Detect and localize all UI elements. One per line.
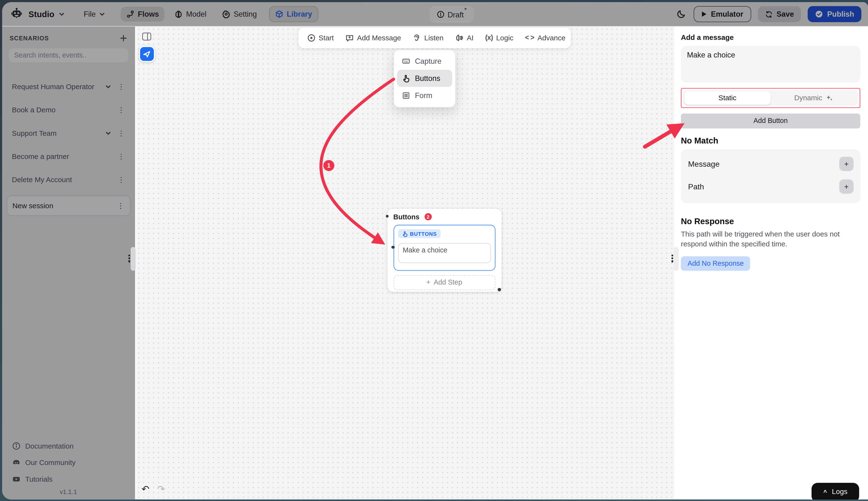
add-step-button[interactable]: + Add Step xyxy=(394,275,495,290)
app-title: Studio xyxy=(29,9,54,19)
logs-button[interactable]: ^ Logs xyxy=(812,483,859,500)
hand-pointer-icon xyxy=(401,231,408,237)
sidebar: SCENARIOS Request Human Operator ⋮ Book … xyxy=(2,26,135,500)
kebab-menu-icon[interactable]: ⋮ xyxy=(117,202,125,209)
capture-keyboard-icon xyxy=(401,57,410,65)
sidebar-item-support-team[interactable]: Support Team ⋮ xyxy=(9,125,128,141)
add-message-icon xyxy=(345,34,354,42)
tab-static[interactable]: Static xyxy=(684,91,771,104)
toolbar-add-message[interactable]: Add Message xyxy=(345,34,401,42)
kebab-menu-icon[interactable]: ⋮ xyxy=(118,176,125,183)
add-button-button[interactable]: Add Button xyxy=(681,113,860,128)
documentation-link[interactable]: Documentation xyxy=(9,437,128,454)
listen-dropdown-menu: Capture Buttons Form xyxy=(394,49,456,107)
desktop-background: Studio File Flows Model xyxy=(0,0,868,501)
setting-gear-icon xyxy=(222,10,230,18)
annotation-highlight-box: Static Dynamic xyxy=(681,88,860,108)
tab-model[interactable]: Model xyxy=(169,6,212,21)
search-box[interactable] xyxy=(9,48,128,62)
chevron-up-icon: ^ xyxy=(823,489,827,495)
logic-icon: (x) xyxy=(485,34,493,42)
step-input-port[interactable] xyxy=(392,246,395,249)
sparkles-icon xyxy=(825,94,833,102)
sidebar-resize-handle[interactable] xyxy=(130,247,136,270)
flow-canvas[interactable]: Start Add Message Listen xyxy=(136,26,674,500)
kebab-menu-icon[interactable]: ⋮ xyxy=(118,129,125,137)
mode-segmented-control: Static Dynamic xyxy=(683,90,858,105)
node-input-port[interactable] xyxy=(385,214,389,218)
advance-icon: < > xyxy=(525,34,534,42)
add-message-label: Add a message xyxy=(681,33,860,41)
toolbar-advance[interactable]: < > Advance xyxy=(525,34,566,42)
play-icon xyxy=(701,11,707,17)
buttons-step-card[interactable]: BUTTONS Make a choice xyxy=(394,224,495,270)
sidebar-item-become-a-partner[interactable]: Become a partner ⋮ xyxy=(9,149,128,164)
dark-mode-moon-icon[interactable] xyxy=(676,9,686,19)
sidebar-item-new-session[interactable]: New session ⋮ xyxy=(6,195,130,216)
toolbar-ai[interactable]: AI xyxy=(455,34,474,42)
tutorials-link[interactable]: Tutorials xyxy=(9,471,128,487)
add-path-plus-button[interactable]: + xyxy=(839,179,854,193)
no-match-path-row: Path + xyxy=(688,179,854,193)
node-title: Buttons xyxy=(394,213,419,221)
publish-button[interactable]: Publish xyxy=(808,6,861,22)
sidebar-item-request-human-operator[interactable]: Request Human Operator ⋮ xyxy=(9,79,128,94)
chevron-down-icon[interactable] xyxy=(59,11,65,17)
listen-ear-icon xyxy=(413,34,421,42)
tab-dynamic[interactable]: Dynamic xyxy=(771,91,857,104)
buttons-node[interactable]: Buttons 2 BUTTONS Make a choice + Add St… xyxy=(387,209,501,291)
tab-setting[interactable]: Setting xyxy=(216,6,262,21)
kebab-menu-icon[interactable]: ⋮ xyxy=(118,106,125,114)
select-tool-button[interactable] xyxy=(139,46,154,62)
studio-robot-logo-icon xyxy=(10,7,23,21)
cursor-arrow-icon xyxy=(142,49,151,58)
sidebar-item-delete-my-account[interactable]: Delete My Account ⋮ xyxy=(9,172,128,188)
chevron-down-icon[interactable] xyxy=(105,130,111,136)
add-message-plus-button[interactable]: + xyxy=(839,157,854,171)
panel-resize-handle[interactable] xyxy=(673,247,678,270)
toolbar-logic[interactable]: (x) Logic xyxy=(485,34,513,42)
kebab-menu-icon[interactable]: ⋮ xyxy=(118,83,125,90)
youtube-icon xyxy=(12,475,20,483)
redo-icon[interactable]: ↷ xyxy=(157,483,165,495)
add-scenario-icon[interactable] xyxy=(119,34,127,42)
annotation-step-2-badge: 2 xyxy=(424,213,431,220)
add-no-response-button[interactable]: Add No Response xyxy=(681,256,750,271)
check-circle-icon xyxy=(815,10,823,18)
model-brain-icon xyxy=(174,10,183,18)
menu-item-buttons[interactable]: Buttons xyxy=(397,70,452,87)
flows-icon xyxy=(126,10,134,18)
node-message-field[interactable]: Make a choice xyxy=(398,243,491,263)
menu-file[interactable]: File xyxy=(78,6,111,21)
sync-icon xyxy=(765,10,773,18)
tab-flows[interactable]: Flows xyxy=(120,6,164,21)
kebab-menu-icon[interactable]: ⋮ xyxy=(118,153,125,160)
no-match-message-row: Message + xyxy=(688,157,854,171)
search-input[interactable] xyxy=(14,51,122,59)
emulator-button[interactable]: Emulator xyxy=(694,6,751,22)
node-resize-port[interactable] xyxy=(498,288,501,291)
menu-item-form[interactable]: Form xyxy=(397,87,452,104)
message-textarea[interactable]: Make a choice xyxy=(681,46,860,82)
scenarios-title: SCENARIOS xyxy=(10,34,49,41)
sidebar-item-book-a-demo[interactable]: Book a Demo ⋮ xyxy=(9,102,128,118)
no-match-card: Message + Path + xyxy=(681,149,860,203)
community-link[interactable]: Our Community xyxy=(9,454,128,471)
save-button[interactable]: Save xyxy=(758,6,801,22)
buttons-chip: BUTTONS xyxy=(398,229,441,238)
info-circle-icon xyxy=(12,441,20,450)
chevron-down-icon[interactable] xyxy=(105,84,111,89)
plus-icon: + xyxy=(426,278,430,286)
discord-icon xyxy=(12,458,20,467)
app-window: Studio File Flows Model xyxy=(2,2,868,499)
form-icon xyxy=(401,91,410,99)
no-response-description: This path will be triggered when the use… xyxy=(681,229,860,249)
chevron-down-icon xyxy=(99,11,105,17)
undo-icon[interactable]: ↶ xyxy=(141,483,150,495)
menu-item-capture[interactable]: Capture xyxy=(397,52,452,70)
toggle-sidebar-icon[interactable] xyxy=(142,32,151,40)
toolbar-listen[interactable]: Listen xyxy=(413,34,444,42)
tab-library[interactable]: Library xyxy=(269,6,318,22)
draft-status-badge[interactable]: Draft* xyxy=(429,6,474,22)
toolbar-start[interactable]: Start xyxy=(307,34,334,42)
